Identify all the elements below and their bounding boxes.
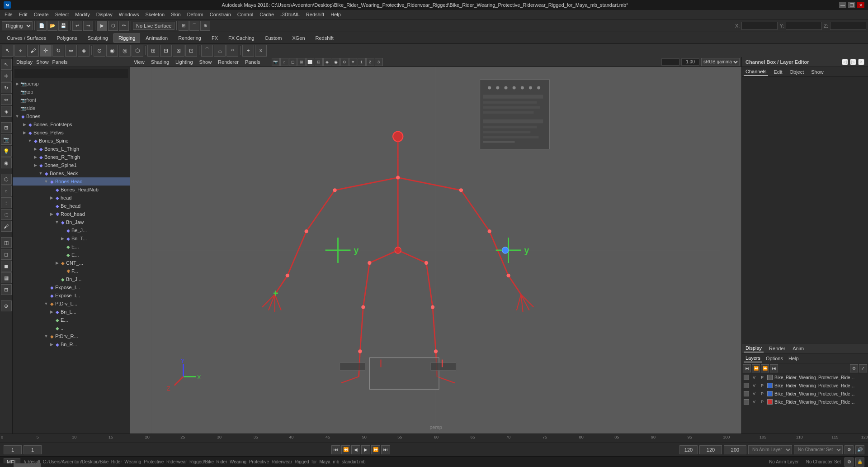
light-side[interactable]: 💡 (1, 146, 12, 157)
scale-tool-side[interactable]: ⇔ (1, 94, 12, 105)
vp-res2[interactable]: 2 (366, 58, 374, 66)
snap-tool2[interactable]: ⊟ (160, 45, 172, 57)
universal-manip-tool[interactable]: ◈ (78, 45, 90, 57)
cb-close-btn[interactable]: × (858, 59, 864, 65)
menu-item-constrain[interactable]: Constrain (207, 11, 234, 18)
module-tab-rigging[interactable]: Rigging (113, 33, 140, 43)
vp-res3[interactable]: 3 (375, 58, 383, 66)
anim-layer-select[interactable]: No Anim Layer (748, 445, 792, 454)
menu-item-select[interactable]: Select (52, 11, 72, 18)
polygon-side[interactable]: ⬡ (1, 174, 12, 185)
outliner-bn-j[interactable]: ◆ Bn_J... (13, 275, 130, 283)
home-icon-btn[interactable]: ⌂ (280, 58, 288, 66)
restore-button[interactable]: ❐ (848, 2, 855, 8)
snap-curve-button[interactable]: ⌒ (189, 21, 199, 31)
show-menu[interactable]: Show (198, 59, 214, 65)
layer-check-geom[interactable] (744, 375, 749, 380)
module-tab-rendering[interactable]: Rendering (173, 33, 206, 43)
snap-point-button[interactable]: ⊕ (200, 21, 210, 31)
workspace-dropdown[interactable]: Rigging (2, 21, 33, 30)
camera-side[interactable]: 📷 (1, 134, 12, 145)
timeline-track[interactable]: 0 5 10 15 20 25 30 35 40 45 50 55 60 65 … (0, 434, 868, 443)
module-tab-redshift[interactable]: Redshift (311, 33, 339, 43)
cb-resize-btn[interactable]: ◁ (842, 59, 848, 65)
outliner-bn-t[interactable]: ▶ ◆ Bn_T... (13, 234, 130, 243)
menu-item-deform[interactable]: Deform (184, 11, 206, 18)
menu-item-create[interactable]: Create (31, 11, 52, 18)
outliner-bones-spine[interactable]: ▼ ◆ Bones_Spine (13, 137, 130, 145)
outliner-bones-headnub[interactable]: ◆ Bones_HeadNub (13, 186, 130, 194)
menu-item-help[interactable]: Help (328, 11, 344, 18)
coord-z-input[interactable] (830, 22, 866, 30)
vp-select3[interactable]: ⬜ (306, 58, 314, 66)
module-tab-xgen[interactable]: XGen (287, 33, 310, 43)
le-settings-btn[interactable]: ⚙ (850, 364, 858, 372)
le-prev-prev-btn[interactable]: ⏮ (743, 364, 751, 372)
channels-tab[interactable]: Channels (744, 68, 768, 76)
go-to-start-btn[interactable]: ⏮ (331, 445, 340, 454)
vp-xray[interactable]: ✦ (349, 58, 357, 66)
cb-dock-btn[interactable]: ▷ (850, 59, 856, 65)
show-tab[interactable]: Show (809, 68, 826, 76)
outliner-bones-l-thigh[interactable]: ▶ ◆ Bones_L_Thigh (13, 145, 130, 153)
menu-item-skeleton[interactable]: Skeleton (142, 11, 167, 18)
outliner-camera-top[interactable]: 📷 top (13, 88, 130, 96)
rotate-tool-side[interactable]: ↻ (1, 82, 12, 93)
menu-item-skin[interactable]: Skin (168, 11, 183, 18)
outliner-scrollbar-thumb[interactable] (14, 463, 41, 467)
step-back-btn[interactable]: ⏪ (341, 445, 350, 454)
outliner-bones-spine1[interactable]: ▶ ◆ Bones_Spine1 (13, 161, 130, 169)
range-end-input[interactable] (724, 445, 746, 454)
move-tool-side[interactable]: ✛ (1, 71, 12, 81)
snap-grid-side[interactable]: ⊞ (1, 122, 12, 133)
outliner-be-head[interactable]: ◆ Be_head (13, 202, 130, 210)
outliner-bn-r[interactable]: ▶ ◆ Bn_R... (13, 340, 130, 348)
curve-tool2[interactable]: ⌓ (214, 45, 226, 57)
component-tool[interactable]: ◉ (106, 45, 118, 57)
select-tool-button[interactable]: ▶ (97, 21, 107, 31)
outliner-display-menu[interactable]: Display (16, 59, 33, 65)
menu-item-control[interactable]: Control (235, 11, 256, 18)
xray-side[interactable]: ◫ (1, 237, 12, 248)
rig-tool1[interactable]: + (242, 45, 254, 57)
frame-out-input[interactable] (679, 445, 698, 454)
smooth-side[interactable]: ◌ (1, 209, 12, 220)
color-profile-select[interactable]: sRGB gamma (701, 58, 740, 66)
wire-side[interactable]: ◻ (1, 249, 12, 260)
menu-item-windows[interactable]: Windows (116, 11, 142, 18)
render-layer-tab[interactable]: Render (767, 345, 787, 352)
outliner-f[interactable]: ✱ F... (13, 267, 130, 275)
layers-sub-tab[interactable]: Layers (744, 354, 762, 362)
vp-isolate[interactable]: ⊙ (340, 58, 349, 66)
shaded-side[interactable]: ◼ (1, 261, 12, 272)
outliner-show-menu[interactable]: Show (36, 59, 49, 65)
viewport-canvas[interactable]: y y (130, 67, 741, 434)
rig-tool2[interactable]: × (255, 45, 267, 57)
char-set-select[interactable]: No Character Set (794, 445, 843, 454)
le-next-btn[interactable]: ⏩ (761, 364, 769, 372)
outliner-bones-head[interactable]: ▼ ◆ Bones Head (13, 177, 130, 186)
no-live-surface-button[interactable]: No Live Surface (133, 22, 175, 30)
options-sub-tab[interactable]: Options (764, 355, 785, 362)
layer-row-contr[interactable]: V P Bike_Rider_Wearing_Protective_Riderw… (742, 381, 868, 390)
outliner-scrollbar[interactable] (0, 463, 118, 467)
lasso-tool[interactable]: ⌖ (14, 45, 26, 57)
curve-tool1[interactable]: ⌒ (201, 45, 213, 57)
menu-item-redshift[interactable]: Redshift (303, 11, 327, 18)
gamma-offset-input[interactable] (661, 58, 679, 66)
object-tab[interactable]: Object (788, 68, 806, 76)
status-lock-btn[interactable]: 🔒 (855, 457, 864, 467)
outliner-e2[interactable]: ◆ E... (13, 251, 130, 259)
playback-audio-btn[interactable]: 🔊 (855, 445, 864, 454)
coord-x-input[interactable] (741, 22, 778, 30)
vp-select2[interactable]: ⊞ (297, 58, 306, 66)
layer-check-bone[interactable] (744, 399, 749, 405)
open-file-button[interactable]: 📂 (47, 21, 57, 31)
coord-y-input[interactable] (786, 22, 822, 30)
edit-tab[interactable]: Edit (772, 68, 784, 76)
le-prev-btn[interactable]: ⏪ (752, 364, 760, 372)
redo-button[interactable]: ↪ (83, 21, 93, 31)
shading-menu[interactable]: Shading (149, 59, 171, 65)
nurbs-side[interactable]: ○ (1, 186, 12, 196)
menu-item--3dtoall-[interactable]: -3DtoAll- (278, 11, 302, 18)
